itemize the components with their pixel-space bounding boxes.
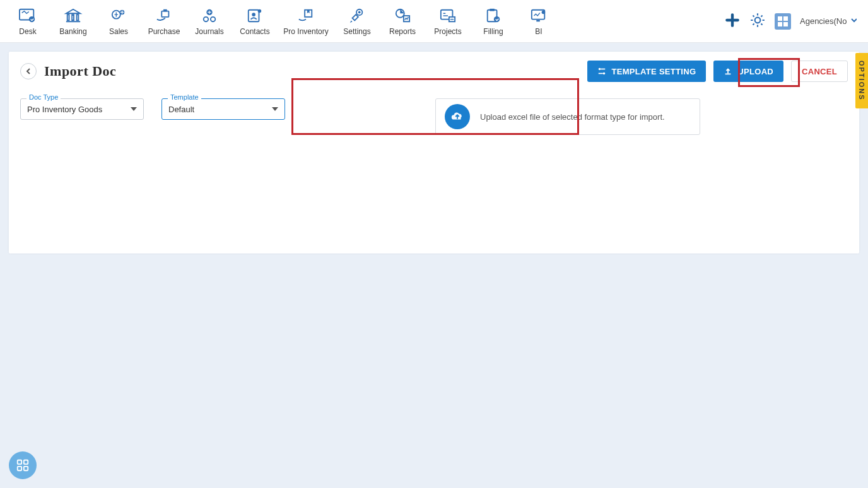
nav-label: Sales [109, 27, 128, 36]
upload-icon [724, 67, 732, 76]
nav-label: Contacts [240, 27, 269, 36]
svg-rect-30 [778, 16, 782, 21]
field-label: Template [168, 93, 201, 101]
svg-point-34 [599, 68, 601, 71]
nav-label: Journals [195, 27, 223, 36]
nav-item-filling[interactable]: Filling [471, 3, 516, 40]
svg-rect-5 [66, 21, 80, 22]
template-field[interactable]: Template Default [161, 98, 285, 120]
svg-rect-32 [778, 22, 782, 26]
nav-item-contacts[interactable]: Contacts [232, 3, 278, 40]
svg-rect-4 [77, 15, 79, 20]
svg-point-15 [258, 9, 262, 13]
contacts-icon [245, 7, 265, 25]
upload-button[interactable]: UPLOAD [713, 61, 783, 82]
desk-icon [18, 7, 38, 25]
nav-item-pro-inventory[interactable]: Pro Inventory [278, 3, 334, 40]
caret-down-icon [272, 107, 278, 111]
nav-item-purchase[interactable]: Purchase [141, 3, 187, 40]
svg-rect-2 [67, 15, 69, 20]
nav-items: Desk Banking Sales Purchase Journals [5, 3, 561, 40]
org-name: Agencies(No [800, 16, 847, 26]
chevron-down-icon [850, 16, 857, 26]
nav-label: Purchase [148, 27, 180, 36]
nav-item-projects[interactable]: Projects [425, 3, 471, 40]
nav-label: Banking [59, 27, 86, 36]
sliders-icon [597, 67, 606, 76]
field-label: Doc Type [26, 93, 61, 101]
nav-label: Filling [483, 27, 503, 36]
caret-down-icon [131, 107, 137, 111]
svg-rect-36 [18, 460, 21, 464]
projects-icon [438, 7, 458, 25]
svg-point-28 [542, 10, 546, 14]
svg-rect-33 [783, 22, 788, 26]
nav-item-banking[interactable]: Banking [50, 3, 96, 40]
cloud-upload-icon [445, 104, 470, 129]
journals-icon [199, 7, 220, 25]
svg-rect-37 [24, 460, 28, 464]
org-selector[interactable]: Agencies(No [800, 16, 857, 26]
nav-label: BI [535, 27, 542, 36]
field-value: Default [168, 105, 194, 114]
nav-label: Pro Inventory [283, 27, 328, 36]
filling-icon [483, 7, 503, 25]
sales-icon [108, 7, 129, 25]
nav-label: Reports [389, 27, 416, 36]
button-label: UPLOAD [737, 67, 773, 76]
options-label: OPTIONS [858, 61, 865, 101]
svg-rect-24 [490, 8, 494, 11]
nav-label: Settings [343, 27, 370, 36]
upload-dropzone[interactable]: Upload excel file of selected format typ… [435, 98, 700, 135]
nav-item-journals[interactable]: Journals [187, 3, 232, 40]
svg-rect-8 [161, 11, 168, 16]
svg-rect-9 [163, 9, 167, 11]
svg-point-11 [211, 16, 215, 21]
settings-icon [347, 7, 367, 25]
back-button[interactable] [20, 63, 37, 79]
page-title: Import Doc [44, 63, 116, 79]
svg-rect-38 [18, 467, 21, 470]
reports-icon [392, 7, 413, 25]
purchase-icon [154, 7, 174, 25]
nav-item-desk[interactable]: Desk [5, 3, 50, 40]
nav-item-sales[interactable]: Sales [96, 3, 141, 40]
svg-rect-39 [24, 467, 28, 470]
nav-right: Agencies(No [724, 12, 863, 31]
bank-icon [63, 7, 83, 25]
options-tab[interactable]: OPTIONS [855, 53, 868, 108]
svg-rect-3 [72, 15, 74, 20]
svg-point-29 [755, 17, 761, 23]
calculator-button[interactable] [775, 13, 791, 30]
apps-fab[interactable] [9, 451, 37, 479]
svg-point-10 [204, 16, 208, 21]
field-value: Pro Inventory Goods [27, 105, 102, 114]
main-card: Import Doc TEMPLATE SETTING UPLOAD CANCE… [9, 52, 859, 253]
grid-icon [16, 458, 30, 472]
doc-type-field[interactable]: Doc Type Pro Inventory Goods [20, 98, 144, 120]
nav-label: Desk [19, 27, 36, 36]
template-setting-button[interactable]: TEMPLATE SETTING [587, 61, 706, 82]
cancel-button[interactable]: CANCEL [791, 61, 848, 82]
add-button[interactable] [724, 12, 741, 31]
svg-point-35 [603, 73, 606, 75]
bi-icon [529, 7, 549, 25]
nav-label: Projects [434, 27, 461, 36]
svg-point-18 [358, 11, 361, 13]
svg-rect-27 [536, 20, 540, 21]
upload-message: Upload excel file of selected format typ… [480, 112, 665, 122]
nav-item-settings[interactable]: Settings [334, 3, 380, 40]
button-label: TEMPLATE SETTING [611, 67, 696, 76]
button-label: CANCEL [802, 67, 837, 76]
nav-item-bi[interactable]: BI [516, 3, 561, 40]
inventory-icon [296, 7, 316, 25]
top-navigation: Desk Banking Sales Purchase Journals [0, 0, 868, 43]
svg-point-14 [252, 13, 255, 16]
svg-rect-31 [783, 16, 788, 21]
svg-point-25 [494, 16, 500, 21]
nav-item-reports[interactable]: Reports [380, 3, 425, 40]
svg-point-1 [29, 16, 35, 21]
settings-button[interactable] [749, 12, 766, 31]
